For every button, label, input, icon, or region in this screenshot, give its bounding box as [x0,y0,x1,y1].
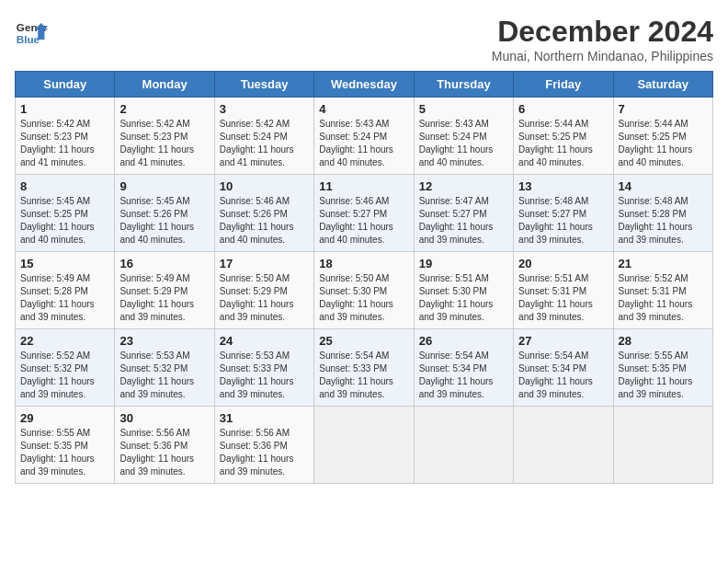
day-number: 17 [220,257,309,270]
day-detail: Sunrise: 5:51 AMSunset: 5:31 PMDaylight:… [518,272,608,324]
calendar-cell: 28Sunrise: 5:55 AMSunset: 5:35 PMDayligh… [613,329,712,407]
day-number: 13 [518,179,608,193]
title-block: December 2024 Munai, Northern Mindanao, … [492,15,713,63]
calendar-cell: 2Sunrise: 5:42 AMSunset: 5:23 PMDaylight… [115,98,214,175]
calendar-cell: 11Sunrise: 5:46 AMSunset: 5:27 PMDayligh… [314,175,414,252]
day-number: 16 [119,257,209,270]
day-number: 28 [619,334,708,348]
day-number: 12 [419,179,508,193]
day-detail: Sunrise: 5:53 AMSunset: 5:32 PMDaylight:… [119,350,209,401]
logo: General Blue [15,15,48,48]
day-detail: Sunrise: 5:50 AMSunset: 5:30 PMDaylight:… [319,272,408,324]
col-header-saturday: Saturday [613,72,712,98]
day-detail: Sunrise: 5:55 AMSunset: 5:35 PMDaylight:… [20,427,109,478]
day-number: 14 [619,179,708,193]
calendar-cell: 29Sunrise: 5:55 AMSunset: 5:35 PMDayligh… [16,407,115,484]
calendar-cell: 1Sunrise: 5:42 AMSunset: 5:23 PMDaylight… [16,98,115,175]
col-header-monday: Monday [115,72,214,98]
calendar-cell: 31Sunrise: 5:56 AMSunset: 5:36 PMDayligh… [214,407,313,484]
calendar-cell: 21Sunrise: 5:52 AMSunset: 5:31 PMDayligh… [613,252,712,329]
col-header-sunday: Sunday [16,72,115,98]
calendar-cell: 18Sunrise: 5:50 AMSunset: 5:30 PMDayligh… [314,252,414,329]
calendar-cell: 24Sunrise: 5:53 AMSunset: 5:33 PMDayligh… [214,329,313,407]
day-number: 10 [220,179,309,193]
day-number: 31 [220,411,309,425]
day-number: 23 [119,334,209,348]
calendar-cell: 30Sunrise: 5:56 AMSunset: 5:36 PMDayligh… [115,407,214,484]
location-title: Munai, Northern Mindanao, Philippines [492,49,713,63]
month-title: December 2024 [492,15,713,49]
day-number: 5 [419,102,508,116]
col-header-wednesday: Wednesday [314,72,414,98]
day-number: 8 [20,179,109,193]
day-number: 3 [220,102,309,116]
calendar-cell: 5Sunrise: 5:43 AMSunset: 5:24 PMDaylight… [414,98,513,175]
day-detail: Sunrise: 5:47 AMSunset: 5:27 PMDaylight:… [419,195,508,247]
calendar-cell: 3Sunrise: 5:42 AMSunset: 5:24 PMDaylight… [214,98,313,175]
day-detail: Sunrise: 5:49 AMSunset: 5:29 PMDaylight:… [119,272,209,324]
day-detail: Sunrise: 5:55 AMSunset: 5:35 PMDaylight:… [619,350,708,401]
calendar-cell: 15Sunrise: 5:49 AMSunset: 5:28 PMDayligh… [16,252,115,329]
calendar-week-row: 29Sunrise: 5:55 AMSunset: 5:35 PMDayligh… [16,407,713,484]
calendar-cell: 8Sunrise: 5:45 AMSunset: 5:25 PMDaylight… [16,175,115,252]
calendar-cell [613,407,712,484]
calendar-cell: 26Sunrise: 5:54 AMSunset: 5:34 PMDayligh… [414,329,513,407]
day-number: 7 [619,102,708,116]
day-number: 25 [319,334,408,348]
day-detail: Sunrise: 5:52 AMSunset: 5:31 PMDaylight:… [619,272,708,324]
col-header-friday: Friday [514,72,613,98]
day-number: 4 [319,102,408,116]
calendar-cell: 6Sunrise: 5:44 AMSunset: 5:25 PMDaylight… [514,98,613,175]
day-number: 21 [619,257,708,270]
day-number: 1 [20,102,109,116]
day-number: 22 [20,334,109,348]
day-detail: Sunrise: 5:48 AMSunset: 5:28 PMDaylight:… [619,195,708,247]
calendar-cell: 22Sunrise: 5:52 AMSunset: 5:32 PMDayligh… [16,329,115,407]
calendar-cell [314,407,414,484]
calendar-week-row: 22Sunrise: 5:52 AMSunset: 5:32 PMDayligh… [16,329,713,407]
day-detail: Sunrise: 5:44 AMSunset: 5:25 PMDaylight:… [619,118,708,169]
day-detail: Sunrise: 5:49 AMSunset: 5:28 PMDaylight:… [20,272,109,324]
calendar-week-row: 8Sunrise: 5:45 AMSunset: 5:25 PMDaylight… [16,175,713,252]
day-number: 29 [20,411,109,425]
calendar-cell: 17Sunrise: 5:50 AMSunset: 5:29 PMDayligh… [214,252,313,329]
day-detail: Sunrise: 5:54 AMSunset: 5:34 PMDaylight:… [518,350,608,401]
day-number: 27 [518,334,608,348]
calendar-cell: 23Sunrise: 5:53 AMSunset: 5:32 PMDayligh… [115,329,214,407]
day-number: 18 [319,257,408,270]
day-detail: Sunrise: 5:43 AMSunset: 5:24 PMDaylight:… [419,118,508,169]
day-detail: Sunrise: 5:48 AMSunset: 5:27 PMDaylight:… [518,195,608,247]
day-detail: Sunrise: 5:46 AMSunset: 5:26 PMDaylight:… [220,195,309,247]
calendar-cell: 12Sunrise: 5:47 AMSunset: 5:27 PMDayligh… [414,175,513,252]
calendar-cell: 7Sunrise: 5:44 AMSunset: 5:25 PMDaylight… [613,98,712,175]
day-detail: Sunrise: 5:54 AMSunset: 5:33 PMDaylight:… [319,350,408,401]
logo-icon: General Blue [15,15,48,48]
calendar-cell: 13Sunrise: 5:48 AMSunset: 5:27 PMDayligh… [514,175,613,252]
day-number: 2 [119,102,209,116]
day-number: 19 [419,257,508,270]
svg-text:Blue: Blue [17,33,40,45]
day-number: 24 [220,334,309,348]
day-detail: Sunrise: 5:50 AMSunset: 5:29 PMDaylight:… [220,272,309,324]
day-detail: Sunrise: 5:56 AMSunset: 5:36 PMDaylight:… [220,427,309,478]
day-number: 9 [119,179,209,193]
calendar-week-row: 15Sunrise: 5:49 AMSunset: 5:28 PMDayligh… [16,252,713,329]
day-detail: Sunrise: 5:54 AMSunset: 5:34 PMDaylight:… [419,350,508,401]
day-number: 20 [518,257,608,270]
calendar-cell: 10Sunrise: 5:46 AMSunset: 5:26 PMDayligh… [214,175,313,252]
day-number: 6 [518,102,608,116]
calendar-cell: 16Sunrise: 5:49 AMSunset: 5:29 PMDayligh… [115,252,214,329]
day-detail: Sunrise: 5:44 AMSunset: 5:25 PMDaylight:… [518,118,608,169]
calendar-cell: 27Sunrise: 5:54 AMSunset: 5:34 PMDayligh… [514,329,613,407]
day-detail: Sunrise: 5:52 AMSunset: 5:32 PMDaylight:… [20,350,109,401]
col-header-tuesday: Tuesday [214,72,313,98]
calendar-header-row: SundayMondayTuesdayWednesdayThursdayFrid… [16,72,713,98]
calendar-cell: 19Sunrise: 5:51 AMSunset: 5:30 PMDayligh… [414,252,513,329]
page-header: General Blue December 2024 Munai, Northe… [15,15,713,63]
day-detail: Sunrise: 5:42 AMSunset: 5:24 PMDaylight:… [220,118,309,169]
day-detail: Sunrise: 5:42 AMSunset: 5:23 PMDaylight:… [119,118,209,169]
day-detail: Sunrise: 5:45 AMSunset: 5:26 PMDaylight:… [119,195,209,247]
day-detail: Sunrise: 5:51 AMSunset: 5:30 PMDaylight:… [419,272,508,324]
calendar-cell: 14Sunrise: 5:48 AMSunset: 5:28 PMDayligh… [613,175,712,252]
calendar-cell: 25Sunrise: 5:54 AMSunset: 5:33 PMDayligh… [314,329,414,407]
